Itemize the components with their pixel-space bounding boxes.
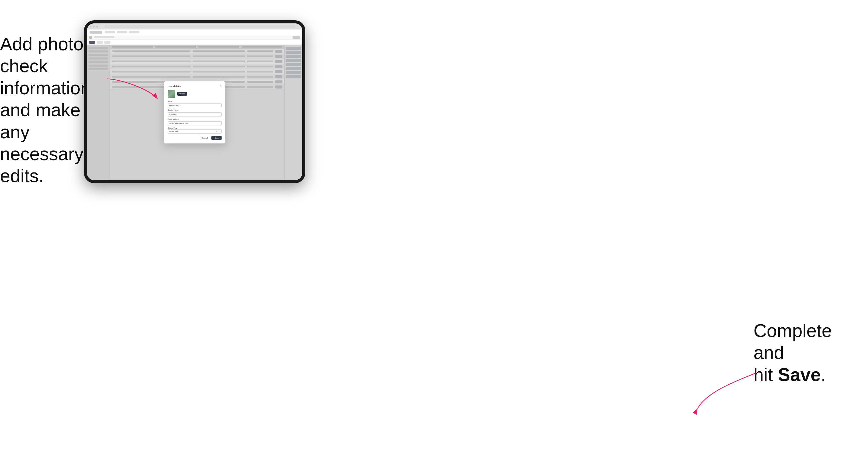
topbar-url-bar[interactable] xyxy=(104,25,294,28)
select-clear-icon[interactable]: ✕ xyxy=(215,130,217,132)
action-button[interactable] xyxy=(292,36,300,39)
name-label: Name xyxy=(168,100,222,102)
modal-overlay: User details ✕ Upload Name xyxy=(87,45,302,180)
display-name-field: Display name xyxy=(168,109,222,117)
person-icon xyxy=(89,36,92,39)
nav-item-3[interactable] xyxy=(129,31,140,33)
nav-item-2[interactable] xyxy=(117,31,127,33)
topbar-dot-1 xyxy=(90,26,91,28)
user-details-modal: User details ✕ Upload Name xyxy=(164,82,225,144)
save-button[interactable]: ↑ Save xyxy=(211,136,222,140)
topbar-dot-3 xyxy=(96,26,98,28)
school-year-field: School Year Fourth Year ✕ ⌃⌄ xyxy=(168,127,222,133)
app-navbar xyxy=(87,30,302,35)
nav-item-1[interactable] xyxy=(105,31,115,33)
display-name-input[interactable] xyxy=(168,113,222,117)
app-toolbar xyxy=(87,40,302,45)
photo-upload-row: Upload xyxy=(168,90,222,98)
nav-items xyxy=(105,31,140,33)
right-annotation-text: Complete and hit Save. xyxy=(753,320,865,385)
email-field: Email address xyxy=(168,118,222,126)
app-content: User details ✕ Upload Name xyxy=(87,45,302,180)
email-label: Email address xyxy=(168,118,222,120)
app-subbar xyxy=(87,35,302,40)
toolbar-tab-active[interactable] xyxy=(89,41,95,44)
tablet-frame: User details ✕ Upload Name xyxy=(84,20,305,183)
app-chrome: User details ✕ Upload Name xyxy=(87,23,302,180)
modal-footer: Cancel ↑ Save xyxy=(168,136,222,140)
right-arrow xyxy=(687,365,764,416)
toolbar-tab-1[interactable] xyxy=(97,41,103,44)
topbar-dot-2 xyxy=(93,26,95,28)
email-input[interactable] xyxy=(168,121,222,125)
browser-topbar xyxy=(87,23,302,30)
modal-close-button[interactable]: ✕ xyxy=(220,85,222,87)
display-name-label: Display name xyxy=(168,109,222,111)
modal-title: User details xyxy=(168,85,181,88)
toolbar-tab-2[interactable] xyxy=(104,41,111,44)
school-year-label: School Year xyxy=(168,127,222,129)
avatar xyxy=(168,90,175,98)
tablet-screen: User details ✕ Upload Name xyxy=(87,23,302,180)
upload-photo-button[interactable]: Upload xyxy=(177,92,187,96)
name-field: Name xyxy=(168,100,222,107)
save-icon: ↑ xyxy=(214,137,215,139)
modal-title-bar: User details ✕ xyxy=(168,85,222,88)
cancel-button[interactable]: Cancel xyxy=(200,136,210,140)
breadcrumb-text xyxy=(94,36,115,38)
school-year-select[interactable]: Fourth Year ✕ ⌃⌄ xyxy=(168,129,222,133)
name-input[interactable] xyxy=(168,103,222,107)
avatar-image xyxy=(168,90,175,98)
select-arrow-icon: ⌃⌄ xyxy=(218,131,220,132)
school-year-value: Fourth Year xyxy=(169,131,178,132)
school-year-select-wrapper: Fourth Year ✕ ⌃⌄ xyxy=(168,129,222,133)
app-logo xyxy=(90,31,102,34)
